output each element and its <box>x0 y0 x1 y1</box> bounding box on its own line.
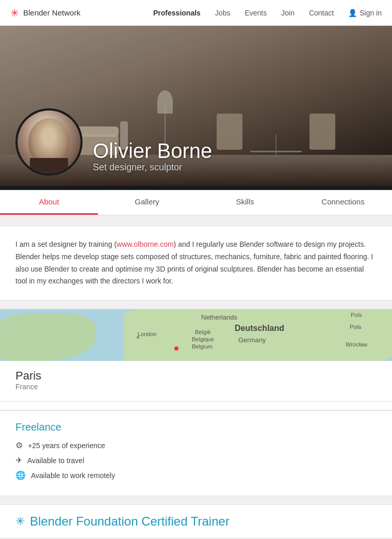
map-label-belgie: België <box>195 329 211 335</box>
trainer-title: ✳ Blender Foundation Certified Trainer <box>15 514 377 529</box>
remote-item: 🌐 Available to work remotely <box>15 470 377 480</box>
remote-text: Available to work remotely <box>31 471 115 480</box>
about-text: I am a set designer by training (www.olb… <box>15 239 377 288</box>
map-container: London Netherlands België Belgique Belgi… <box>0 309 392 410</box>
city-name: Paris <box>15 369 377 383</box>
nav-signin[interactable]: 👤 Sign in <box>348 9 382 17</box>
main-content: I am a set designer by training (www.olb… <box>0 215 392 539</box>
avatar <box>15 108 83 176</box>
map-label-wroclaw: Wrocław <box>346 341 367 347</box>
travel-item: ✈ Available to travel <box>15 455 377 465</box>
map-visual: London Netherlands België Belgique Belgi… <box>0 309 392 361</box>
tab-skills[interactable]: Skills <box>196 190 294 215</box>
navbar: ✳ Blender Network Professionals Jobs Eve… <box>0 0 392 26</box>
person-icon: 👤 <box>348 9 357 17</box>
nav-jobs[interactable]: Jobs <box>215 9 231 17</box>
nav-professionals[interactable]: Professionals <box>153 9 201 17</box>
travel-text: Available to travel <box>27 456 84 465</box>
map-label-netherlands: Netherlands <box>201 313 237 321</box>
nav-contact[interactable]: Contact <box>309 9 334 17</box>
blender-logo-icon: ✳ <box>10 7 19 19</box>
experience-text: +25 years of experience <box>28 441 105 450</box>
about-card: I am a set designer by training (www.olb… <box>0 226 392 300</box>
freelance-title: Freelance <box>15 421 377 433</box>
map-label-london: London <box>138 331 157 337</box>
nav-join[interactable]: Join <box>281 9 295 17</box>
tab-gallery[interactable]: Gallery <box>98 190 196 215</box>
hero-content: Olivier Borne Set designer, sculptor <box>0 108 392 186</box>
gear-icon: ⚙ <box>15 440 23 450</box>
country-name: France <box>15 383 377 391</box>
about-website-link[interactable]: www.olborne.com <box>117 240 174 248</box>
dark-separator <box>0 186 392 190</box>
globe-icon: 🌐 <box>15 470 26 480</box>
trainer-title-text: Blender Foundation Certified Trainer <box>30 514 230 529</box>
hero-text: Olivier Borne Set designer, sculptor <box>93 139 212 176</box>
signin-label: Sign in <box>360 9 382 17</box>
plane-icon: ✈ <box>15 455 22 465</box>
map-label-deutschland: Deutschland <box>235 324 284 333</box>
nav-events[interactable]: Events <box>244 9 267 17</box>
map-label-belgique: Belgique <box>192 336 214 342</box>
location-card: Paris France <box>0 361 392 402</box>
profile-title: Set designer, sculptor <box>93 162 212 173</box>
nav-brand[interactable]: ✳ Blender Network <box>10 7 80 19</box>
about-text-before: I am a set designer by training ( <box>15 240 117 248</box>
tab-about[interactable]: About <box>0 190 98 215</box>
profile-tabs: About Gallery Skills Connections <box>0 190 392 215</box>
freelance-card: Freelance ⚙ +25 years of experience ✈ Av… <box>0 410 392 496</box>
trainer-card: ✳ Blender Foundation Certified Trainer <box>0 504 392 538</box>
map-label-belgium: Belgium <box>192 343 213 350</box>
nav-links: Professionals Jobs Events Join Contact 👤… <box>153 8 382 18</box>
experience-item: ⚙ +25 years of experience <box>15 440 377 450</box>
map-label-germany: Germany <box>238 336 266 344</box>
hero-section: Olivier Borne Set designer, sculptor <box>0 26 392 186</box>
blender-certified-icon: ✳ <box>15 515 25 528</box>
map-label-pols: Pols <box>351 312 362 318</box>
map-label-pola: Pola <box>350 324 361 330</box>
brand-name: Blender Network <box>23 8 80 17</box>
profile-name: Olivier Borne <box>93 139 212 162</box>
tab-connections[interactable]: Connections <box>294 190 392 215</box>
